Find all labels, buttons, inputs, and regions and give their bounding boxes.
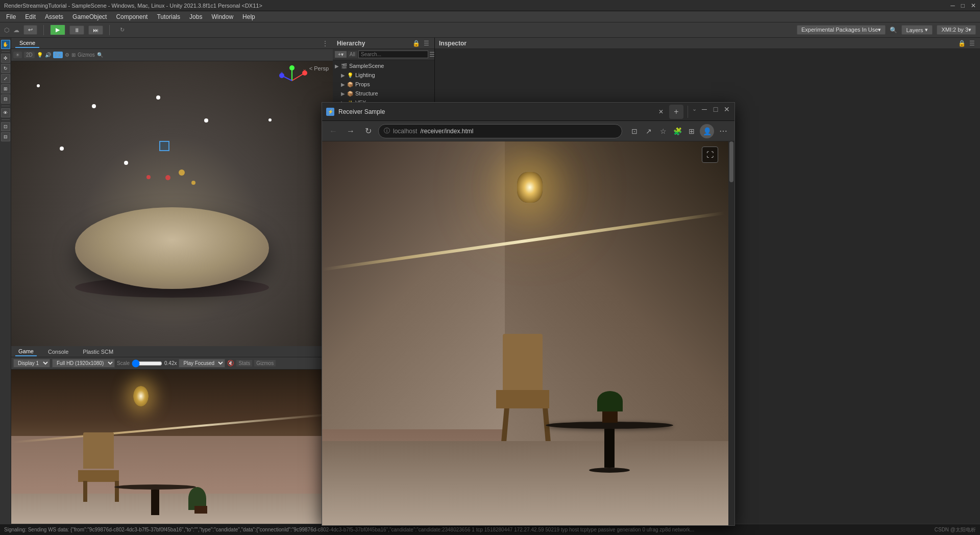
effect-button[interactable]: Fx [53,52,63,58]
scene-grid-icon: ⊞ [71,52,76,58]
unity-logo-icon: ⬡ [4,27,9,34]
shading-mode-button[interactable]: ☀ [13,52,22,58]
browser-plant-leaves [597,391,623,411]
close-button[interactable]: ✕ [971,2,976,9]
inspector-header: Inspector 🔒 ☰ [435,38,980,49]
structure-icon: 📦 [347,91,354,96]
game-tab[interactable]: Game [15,347,37,356]
search-toolbar-icon: 🔍 [890,27,897,34]
grid-tool-button[interactable]: ⊡ [1,122,10,131]
layers-dropdown[interactable]: Layers ▾ [901,25,933,35]
play-button[interactable]: ▶ [50,25,65,35]
browser-address-bar[interactable]: ⓘ localhost /receiver/index.html [378,124,622,138]
inspector-header-actions: 🔒 ☰ [958,39,976,47]
scale-value: 0.42x [164,360,177,366]
rotate-tool-button[interactable]: ↻ [1,64,10,73]
eye-tool-button[interactable]: 👁 [1,108,10,117]
browser-fullscreen-button[interactable]: ⛶ [702,147,718,163]
hand-tool-button[interactable]: ✋ [1,40,10,49]
hierarchy-add-button[interactable]: +▾ [335,51,347,58]
hierarchy-header: Hierarchy 🔒 ☰ [333,38,434,49]
scene-object-5 [124,161,128,165]
scene-menu-button[interactable]: ⋮ [322,39,329,47]
step-button[interactable]: ⏭ [88,26,103,35]
gold-object [179,169,185,176]
browser-minimize-button[interactable]: ─ [701,106,708,113]
scene-search-icon: 🔍 [97,52,103,58]
move-tool-button[interactable]: ✜ [1,54,10,63]
console-tab[interactable]: Console [45,348,71,356]
toolbar-right: Experimental Packages In Use▾ 🔍 Layers ▾… [797,25,976,35]
play-focused-select[interactable]: Play Focused [179,359,225,368]
hierarchy-lighting[interactable]: ▶ 💡 Lighting [333,70,434,80]
menu-window[interactable]: Window [207,12,237,21]
pause-button[interactable]: ⏸ [69,26,84,35]
menu-assets[interactable]: Assets [41,12,67,21]
hierarchy-header-actions: 🔒 ☰ [412,39,430,47]
browser-forward-button[interactable]: → [344,124,358,138]
game-view: Game Console Plastic SCM ⋮ Display 1 Ful… [11,346,333,535]
scene-tab[interactable]: Scene [15,39,39,48]
plastic-scm-tab[interactable]: Plastic SCM [80,348,116,356]
browser-menu-button[interactable]: ⋯ [716,124,730,138]
lighting-arrow: ▶ [341,72,347,78]
menu-help[interactable]: Help [238,12,259,21]
hierarchy-search-input[interactable] [358,51,428,58]
browser-profile-button[interactable]: 👤 [700,124,714,138]
menu-gameobject[interactable]: GameObject [68,12,111,21]
stats-button[interactable]: Stats [236,360,252,367]
scene-object-1 [92,104,96,108]
browser-window-controls: ⌄ ─ □ ✕ [688,106,730,118]
hierarchy-menu-btn[interactable]: ☰ [429,51,435,59]
lighting-icon: 💡 [347,72,354,78]
hierarchy-lock-icon[interactable]: 🔒 [412,39,420,47]
scale-slider[interactable] [132,359,162,368]
menu-edit[interactable]: Edit [21,12,40,21]
browser-plant [597,391,623,422]
scale-tool-button[interactable]: ⤢ [1,74,10,83]
game-canvas [11,370,333,535]
left-columns: Scene ⋮ ☀ 2D 💡 🔊 Fx ⚙ ⊞ Gizmos 🔍 [11,38,333,535]
resolution-select[interactable]: Full HD (1920x1080) [52,359,115,368]
hierarchy-samplescene[interactable]: ▶ 🎬 SampleScene [333,61,434,70]
browser-scrollbar-thumb[interactable] [729,141,733,182]
browser-tab-close-button[interactable]: ✕ [657,108,665,116]
hierarchy-menu-icon[interactable]: ☰ [422,39,430,47]
browser-new-tab-button[interactable]: + [669,105,683,119]
maximize-button[interactable]: □ [961,2,965,9]
menu-component[interactable]: Component [112,12,152,21]
browser-extension-icon[interactable]: 🧩 [671,125,683,137]
gizmos-button[interactable]: Gizmos [254,360,276,367]
hierarchy-props[interactable]: ▶ 📦 Props [333,80,434,89]
browser-back-button[interactable]: ← [326,124,340,138]
scene-object-7 [268,118,272,121]
menu-file[interactable]: File [2,12,20,21]
cloud-icon: ↻ [120,27,125,33]
inspector-lock-icon[interactable]: 🔒 [958,39,966,47]
browser-close-button[interactable]: ✕ [723,106,730,113]
menu-jobs[interactable]: Jobs [185,12,206,21]
render-mode-button[interactable]: 2D [24,52,35,58]
browser-sidebar-icon[interactable]: ⊞ [685,125,698,137]
menu-tutorials[interactable]: Tutorials [153,12,184,21]
inspector-menu-icon[interactable]: ☰ [968,39,976,47]
display-select[interactable]: Display 1 [13,359,50,368]
layout-dropdown[interactable]: XMI:2 by 3▾ [937,25,976,35]
browser-scrollbar[interactable] [728,141,734,525]
browser-bookmark-icon[interactable]: ☆ [657,125,669,137]
browser-titlebar: ⚡ Receiver Sample ✕ + ⌄ ─ □ ✕ [322,103,734,121]
browser-refresh-button[interactable]: ↻ [361,124,375,138]
undo-button[interactable]: ↩ [23,25,37,35]
transform-tool-button[interactable]: ⊟ [1,94,10,104]
browser-chevron-icon[interactable]: ⌄ [692,106,697,118]
browser-share-icon[interactable]: ↗ [643,125,655,137]
minimize-button[interactable]: ─ [950,2,955,9]
browser-chair-seat [496,390,549,408]
browser-cast-icon[interactable]: ⊡ [628,125,641,137]
snap-tool-button[interactable]: ⊟ [1,132,10,141]
browser-maximize-button[interactable]: □ [712,106,719,113]
experimental-packages-button[interactable]: Experimental Packages In Use▾ [797,25,886,35]
hierarchy-structure[interactable]: ▶ 📦 Structure [333,89,434,98]
red-object-2 [146,175,151,179]
rect-tool-button[interactable]: ⊞ [1,84,10,93]
